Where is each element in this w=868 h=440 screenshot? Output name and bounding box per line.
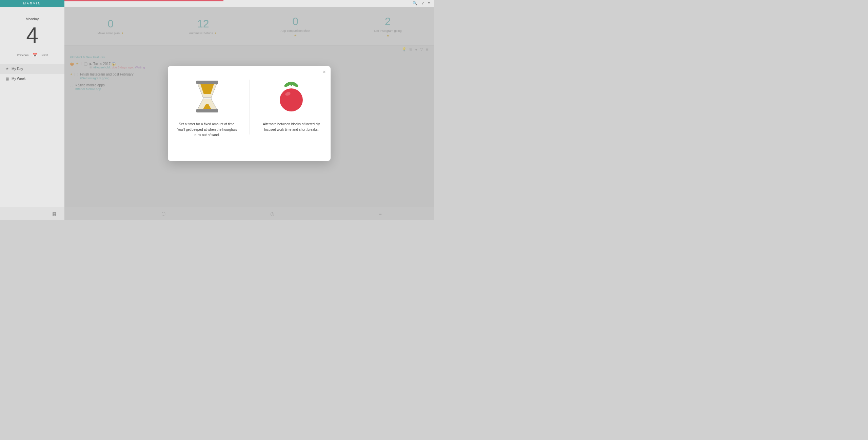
modal-overlay: × <box>64 7 434 220</box>
main-content: 0 Make email plan ★ 12 Automatic Setups … <box>64 7 434 220</box>
tomato-description: Alternate between blocks of incredibly f… <box>260 122 323 132</box>
previous-button[interactable]: Previous <box>17 54 28 57</box>
modal-divider <box>249 80 250 134</box>
calendar-icon[interactable]: 📅 <box>33 53 37 57</box>
hourglass-icon <box>194 78 221 115</box>
hourglass-description: Set a timer for a fixed amount of time. … <box>176 122 238 138</box>
bottom-nav-calendar[interactable]: ▦ <box>52 211 57 216</box>
hourglass-icon-wrap <box>190 76 224 117</box>
svg-point-12 <box>280 88 303 111</box>
help-icon[interactable]: ? <box>421 1 423 5</box>
close-button[interactable]: × <box>323 69 326 75</box>
sidebar-item-my-day[interactable]: ☀ My Day <box>0 64 64 74</box>
sidebar: Monday 4 Previous 📅 Next ☀ My Day ▦ My W… <box>0 7 64 220</box>
svg-rect-1 <box>196 109 218 112</box>
tomato-icon <box>276 80 307 113</box>
modal-panels: Set a timer for a fixed amount of time. … <box>176 76 322 138</box>
my-day-label: My Day <box>12 67 23 71</box>
day-label: Monday <box>25 17 39 21</box>
my-week-label: My Week <box>12 77 26 81</box>
tomato-icon-wrap <box>274 76 308 117</box>
header-icons: 🔍 ? ≡ <box>409 0 434 6</box>
header: MARVIN 🔍 ? ≡ <box>0 0 434 7</box>
search-icon[interactable]: 🔍 <box>413 1 417 5</box>
sidebar-item-my-week[interactable]: ▦ My Week <box>0 74 64 84</box>
progress-bar <box>64 0 223 1</box>
timer-modal: × <box>168 66 331 161</box>
sun-icon: ☀ <box>5 67 9 71</box>
svg-point-11 <box>289 82 294 85</box>
date-navigation: Previous 📅 Next <box>17 53 48 57</box>
next-button[interactable]: Next <box>41 54 48 57</box>
menu-icon[interactable]: ≡ <box>428 1 430 5</box>
calendar-week-icon: ▦ <box>5 77 9 81</box>
hourglass-panel: Set a timer for a fixed amount of time. … <box>176 76 238 138</box>
svg-rect-0 <box>196 81 218 84</box>
date-number: 4 <box>26 24 38 46</box>
tomato-panel: Alternate between blocks of incredibly f… <box>260 76 323 132</box>
brand-name: MARVIN <box>23 2 41 5</box>
brand-logo: MARVIN <box>0 0 64 7</box>
